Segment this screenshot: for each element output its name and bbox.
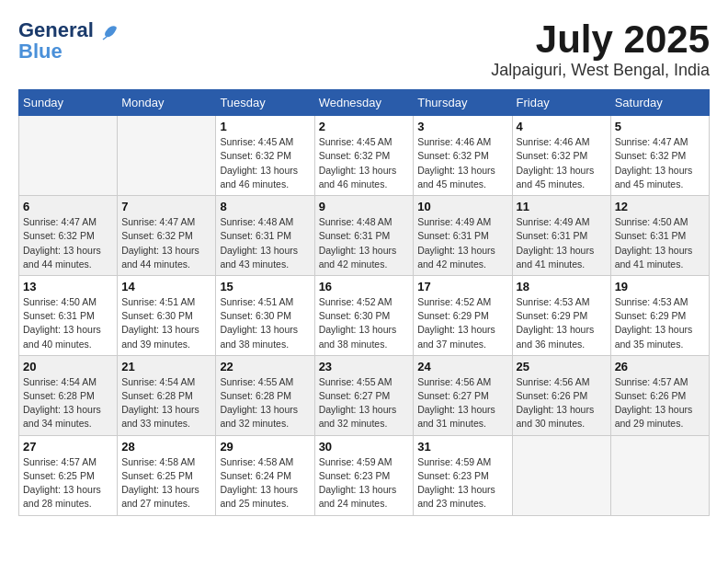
day-info: Sunrise: 4:55 AMSunset: 6:28 PMDaylight:… [220,375,310,431]
calendar-cell: 20Sunrise: 4:54 AMSunset: 6:28 PMDayligh… [19,355,118,435]
day-info: Sunrise: 4:49 AMSunset: 6:31 PMDaylight:… [417,215,507,271]
day-number: 29 [220,440,310,454]
day-info: Sunrise: 4:48 AMSunset: 6:31 PMDaylight:… [319,215,410,271]
weekday-header-sunday: Sunday [19,90,118,116]
day-info: Sunrise: 4:46 AMSunset: 6:32 PMDaylight:… [517,135,607,191]
weekday-header-thursday: Thursday [414,90,512,116]
day-info: Sunrise: 4:56 AMSunset: 6:26 PMDaylight:… [517,375,607,431]
calendar-cell: 9Sunrise: 4:48 AMSunset: 6:31 PMDaylight… [314,196,414,276]
day-number: 10 [417,200,507,213]
day-number: 30 [319,440,410,454]
calendar-cell: 28Sunrise: 4:58 AMSunset: 6:25 PMDayligh… [118,435,216,515]
calendar-cell: 10Sunrise: 4:49 AMSunset: 6:31 PMDayligh… [414,196,512,276]
day-info: Sunrise: 4:48 AMSunset: 6:31 PMDaylight:… [220,215,310,271]
calendar-cell [512,435,610,515]
day-info: Sunrise: 4:49 AMSunset: 6:31 PMDaylight:… [517,215,607,271]
calendar-table: SundayMondayTuesdayWednesdayThursdayFrid… [18,89,710,515]
day-number: 23 [319,360,410,373]
calendar-cell [118,116,216,196]
calendar-cell: 26Sunrise: 4:57 AMSunset: 6:26 PMDayligh… [610,355,709,435]
day-info: Sunrise: 4:59 AMSunset: 6:23 PMDaylight:… [417,455,507,511]
day-info: Sunrise: 4:58 AMSunset: 6:25 PMDaylight:… [121,455,211,511]
day-info: Sunrise: 4:58 AMSunset: 6:24 PMDaylight:… [220,455,310,511]
day-number: 22 [220,360,310,373]
day-number: 21 [121,360,211,373]
weekday-header-friday: Friday [512,90,610,116]
day-number: 20 [23,360,113,373]
day-info: Sunrise: 4:51 AMSunset: 6:30 PMDaylight:… [220,295,310,351]
day-number: 7 [121,200,211,213]
calendar-cell: 12Sunrise: 4:50 AMSunset: 6:31 PMDayligh… [610,196,709,276]
calendar-cell: 13Sunrise: 4:50 AMSunset: 6:31 PMDayligh… [19,275,118,355]
day-number: 18 [517,280,607,293]
calendar-week-row: 6Sunrise: 4:47 AMSunset: 6:32 PMDaylight… [19,196,710,276]
calendar-week-row: 27Sunrise: 4:57 AMSunset: 6:25 PMDayligh… [19,435,710,515]
calendar-cell: 19Sunrise: 4:53 AMSunset: 6:29 PMDayligh… [610,275,709,355]
day-info: Sunrise: 4:50 AMSunset: 6:31 PMDaylight:… [615,215,705,271]
calendar-cell: 18Sunrise: 4:53 AMSunset: 6:29 PMDayligh… [512,275,610,355]
day-number: 15 [220,280,310,293]
calendar-cell: 22Sunrise: 4:55 AMSunset: 6:28 PMDayligh… [216,355,314,435]
calendar-cell: 16Sunrise: 4:52 AMSunset: 6:30 PMDayligh… [314,275,414,355]
calendar-week-row: 1Sunrise: 4:45 AMSunset: 6:32 PMDaylight… [19,116,710,196]
calendar-week-row: 20Sunrise: 4:54 AMSunset: 6:28 PMDayligh… [19,355,710,435]
weekday-header-wednesday: Wednesday [314,90,414,116]
day-info: Sunrise: 4:47 AMSunset: 6:32 PMDaylight:… [615,135,705,191]
weekday-header-tuesday: Tuesday [216,90,314,116]
logo: General Blue [18,18,119,63]
day-info: Sunrise: 4:54 AMSunset: 6:28 PMDaylight:… [121,375,211,431]
day-number: 31 [417,440,507,454]
day-number: 1 [220,120,310,133]
location: Jalpaiguri, West Bengal, India [491,61,710,80]
calendar-cell: 29Sunrise: 4:58 AMSunset: 6:24 PMDayligh… [216,435,314,515]
calendar-cell: 23Sunrise: 4:55 AMSunset: 6:27 PMDayligh… [314,355,414,435]
day-info: Sunrise: 4:59 AMSunset: 6:23 PMDaylight:… [319,455,410,511]
calendar-cell: 4Sunrise: 4:46 AMSunset: 6:32 PMDaylight… [512,116,610,196]
day-number: 11 [517,200,607,213]
calendar-cell: 7Sunrise: 4:47 AMSunset: 6:32 PMDaylight… [118,196,216,276]
day-number: 8 [220,200,310,213]
day-info: Sunrise: 4:52 AMSunset: 6:29 PMDaylight:… [417,295,507,351]
title-block: July 2025 Jalpaiguri, West Bengal, India [491,18,710,80]
day-number: 27 [23,440,113,454]
weekday-header-monday: Monday [118,90,216,116]
calendar-header-row: SundayMondayTuesdayWednesdayThursdayFrid… [19,90,710,116]
weekday-header-saturday: Saturday [610,90,709,116]
day-number: 26 [615,360,705,373]
day-number: 14 [121,280,211,293]
calendar-cell: 5Sunrise: 4:47 AMSunset: 6:32 PMDaylight… [610,116,709,196]
day-number: 28 [121,440,211,454]
calendar-cell: 11Sunrise: 4:49 AMSunset: 6:31 PMDayligh… [512,196,610,276]
day-number: 17 [417,280,507,293]
day-number: 2 [319,120,410,133]
day-info: Sunrise: 4:54 AMSunset: 6:28 PMDaylight:… [23,375,113,431]
calendar-cell: 8Sunrise: 4:48 AMSunset: 6:31 PMDaylight… [216,196,314,276]
calendar-cell: 3Sunrise: 4:46 AMSunset: 6:32 PMDaylight… [414,116,512,196]
calendar-cell: 27Sunrise: 4:57 AMSunset: 6:25 PMDayligh… [19,435,118,515]
calendar-cell: 14Sunrise: 4:51 AMSunset: 6:30 PMDayligh… [118,275,216,355]
calendar-cell: 2Sunrise: 4:45 AMSunset: 6:32 PMDaylight… [314,116,414,196]
day-info: Sunrise: 4:50 AMSunset: 6:31 PMDaylight:… [23,295,113,351]
day-info: Sunrise: 4:47 AMSunset: 6:32 PMDaylight:… [23,215,113,271]
day-number: 9 [319,200,410,213]
month-title: July 2025 [491,18,710,61]
logo-bird-icon [99,23,119,43]
calendar-cell: 15Sunrise: 4:51 AMSunset: 6:30 PMDayligh… [216,275,314,355]
day-number: 4 [517,120,607,133]
calendar-cell: 21Sunrise: 4:54 AMSunset: 6:28 PMDayligh… [118,355,216,435]
calendar-cell: 25Sunrise: 4:56 AMSunset: 6:26 PMDayligh… [512,355,610,435]
day-number: 3 [417,120,507,133]
day-number: 19 [615,280,705,293]
day-info: Sunrise: 4:53 AMSunset: 6:29 PMDaylight:… [517,295,607,351]
day-info: Sunrise: 4:46 AMSunset: 6:32 PMDaylight:… [417,135,507,191]
calendar-cell: 6Sunrise: 4:47 AMSunset: 6:32 PMDaylight… [19,196,118,276]
day-info: Sunrise: 4:56 AMSunset: 6:27 PMDaylight:… [417,375,507,431]
logo-general: General [18,18,94,41]
calendar-cell: 17Sunrise: 4:52 AMSunset: 6:29 PMDayligh… [414,275,512,355]
calendar-cell: 24Sunrise: 4:56 AMSunset: 6:27 PMDayligh… [414,355,512,435]
day-info: Sunrise: 4:55 AMSunset: 6:27 PMDaylight:… [319,375,410,431]
day-info: Sunrise: 4:57 AMSunset: 6:25 PMDaylight:… [23,455,113,511]
day-number: 12 [615,200,705,213]
day-number: 25 [517,360,607,373]
calendar-cell: 31Sunrise: 4:59 AMSunset: 6:23 PMDayligh… [414,435,512,515]
